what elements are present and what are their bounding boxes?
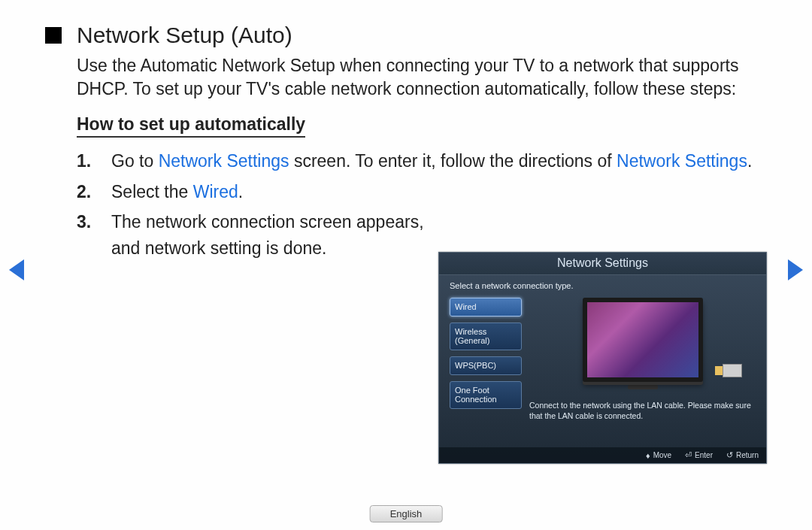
- tv-panel-title: Network Settings: [439, 253, 766, 275]
- step-text: screen. To enter it, follow the directio…: [289, 151, 617, 171]
- tv-instruction: Select a network connection type.: [450, 281, 756, 290]
- tv-settings-panel: Network Settings Select a network connec…: [438, 252, 767, 464]
- step-2: 2. Select the Wired.: [77, 179, 767, 205]
- monitor-icon: [583, 298, 703, 382]
- tv-preview-area: Connect to the network using the LAN cab…: [529, 298, 756, 421]
- enter-icon: ⏎: [685, 450, 692, 460]
- updown-icon: ♦: [646, 451, 650, 460]
- tv-description: Connect to the network using the LAN cab…: [529, 400, 756, 421]
- return-icon: ↺: [726, 450, 733, 460]
- step-number: 3.: [77, 209, 98, 261]
- language-badge: English: [370, 505, 443, 522]
- link-wired[interactable]: Wired: [193, 182, 238, 201]
- tv-option-wps[interactable]: WPS(PBC): [450, 356, 522, 375]
- step-number: 2.: [77, 179, 98, 205]
- step-number: 1.: [77, 148, 98, 174]
- lan-cable-icon: [715, 364, 748, 382]
- link-network-settings[interactable]: Network Settings: [617, 151, 747, 171]
- tv-footer: ♦Move ⏎Enter ↺Return: [439, 447, 766, 463]
- tv-option-wired[interactable]: Wired: [450, 298, 522, 316]
- footer-return: ↺Return: [726, 450, 759, 460]
- step-text: The network connection screen appears, a…: [111, 209, 427, 261]
- footer-enter: ⏎Enter: [685, 450, 713, 460]
- step-text: .: [238, 182, 243, 201]
- footer-move: ♦Move: [646, 450, 671, 460]
- nav-prev-icon[interactable]: [9, 259, 24, 280]
- monitor-stand-icon: [628, 385, 658, 389]
- tv-option-wireless[interactable]: Wireless (General): [450, 323, 522, 350]
- step-1: 1. Go to Network Settings screen. To ent…: [77, 148, 767, 174]
- tv-option-onefoot[interactable]: One Foot Connection: [450, 381, 522, 409]
- section-bullet-icon: [45, 27, 62, 44]
- step-text: .: [747, 151, 752, 171]
- step-text: Select the: [111, 182, 193, 201]
- link-network-settings[interactable]: Network Settings: [159, 151, 289, 171]
- subheading: How to set up automatically: [77, 114, 305, 138]
- nav-next-icon[interactable]: [788, 259, 803, 280]
- intro-text: Use the Automatic Network Setup when con…: [77, 54, 767, 101]
- step-text: Go to: [111, 151, 159, 171]
- page-title: Network Setup (Auto): [77, 23, 292, 48]
